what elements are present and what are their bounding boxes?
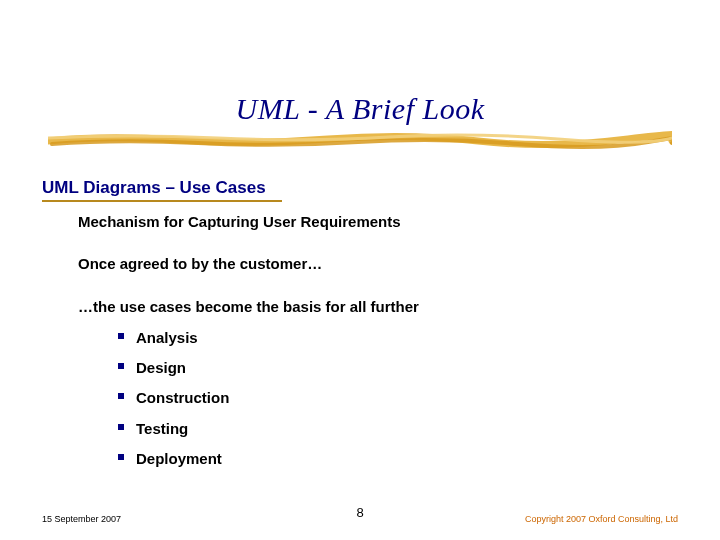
section-underline xyxy=(42,200,282,202)
list-item: Analysis xyxy=(118,323,638,353)
slide-body: Mechanism for Capturing User Requirement… xyxy=(78,212,638,474)
paragraph: Mechanism for Capturing User Requirement… xyxy=(78,212,638,232)
footer-copyright: Copyright 2007 Oxford Consulting, Ltd xyxy=(525,514,678,524)
divider-brush-stroke xyxy=(48,130,672,150)
list-item: Deployment xyxy=(118,444,638,474)
slide: UML - A Brief Look UML Diagrams – Use Ca… xyxy=(0,0,720,540)
paragraph: Once agreed to by the customer… xyxy=(78,254,638,274)
bullet-list: Analysis Design Construction Testing Dep… xyxy=(118,323,638,474)
list-item: Construction xyxy=(118,383,638,413)
section-heading: UML Diagrams – Use Cases xyxy=(42,178,266,198)
paragraph: …the use cases become the basis for all … xyxy=(78,297,638,317)
list-item: Testing xyxy=(118,414,638,444)
slide-title: UML - A Brief Look xyxy=(0,92,720,126)
list-item: Design xyxy=(118,353,638,383)
